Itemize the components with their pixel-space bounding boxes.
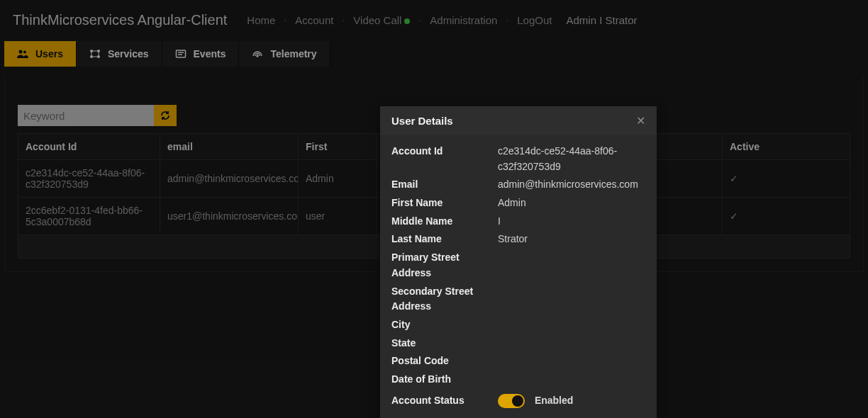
label-first-name: First Name bbox=[391, 196, 498, 211]
value-middle-name: I bbox=[498, 214, 645, 230]
label-postal-code: Postal Code bbox=[391, 354, 498, 369]
value-last-name: Strator bbox=[498, 232, 645, 247]
label-account-id: Account Id bbox=[391, 144, 498, 159]
account-status-toggle[interactable] bbox=[498, 394, 525, 408]
account-status-text: Enabled bbox=[535, 395, 573, 406]
label-state: State bbox=[391, 336, 498, 351]
label-dob: Date of Birth bbox=[391, 372, 498, 388]
label-last-name: Last Name bbox=[391, 232, 498, 247]
user-details-modal: User Details ✕ Account Idc2e314dc-ce52-4… bbox=[380, 106, 657, 418]
modal-title: User Details bbox=[391, 115, 453, 127]
label-email: Email bbox=[391, 177, 498, 193]
label-secondary-address: Secondary Street Address bbox=[391, 284, 498, 315]
value-account-status: Enabled bbox=[498, 393, 645, 409]
label-city: City bbox=[391, 317, 498, 333]
value-email: admin@thinkmicroservices.com bbox=[498, 177, 645, 193]
modal-body: Account Idc2e314dc-ce52-44aa-8f06-c32f32… bbox=[380, 135, 657, 418]
modal-header: User Details ✕ bbox=[380, 106, 657, 135]
label-primary-address: Primary Street Address bbox=[391, 250, 498, 281]
value-account-id: c2e314dc-ce52-44aa-8f06-c32f320753d9 bbox=[498, 144, 645, 174]
label-middle-name: Middle Name bbox=[391, 214, 498, 230]
close-icon[interactable]: ✕ bbox=[636, 115, 645, 127]
value-first-name: Admin bbox=[498, 196, 645, 211]
label-account-status: Account Status bbox=[391, 393, 498, 409]
